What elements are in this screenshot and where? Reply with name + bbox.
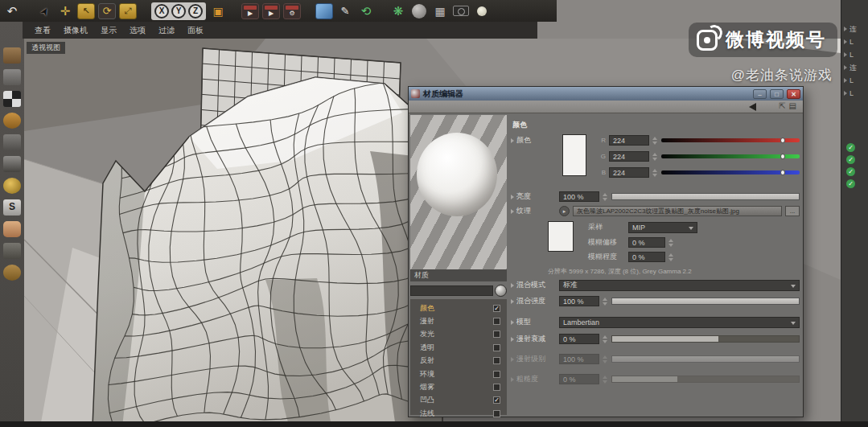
dialog-title-bar[interactable]: 材质编辑器 – □ ✕ <box>409 87 803 101</box>
snap-icon[interactable] <box>3 221 21 237</box>
undo-icon[interactable]: ↶ <box>3 3 21 19</box>
channel-row-fog[interactable]: 烟雾 <box>410 380 507 393</box>
expand-icon[interactable] <box>844 39 847 44</box>
model-mode-icon[interactable] <box>3 69 21 85</box>
brightness-field[interactable]: 100 % <box>559 191 599 202</box>
workplane-mode-icon[interactable] <box>3 113 21 129</box>
blur-offset-field[interactable]: 0 % <box>628 237 665 248</box>
menu-display[interactable]: 显示 <box>95 25 122 36</box>
move-icon[interactable]: ✛ <box>56 3 74 19</box>
mix-strength-spinner[interactable] <box>603 297 608 306</box>
rotate-icon[interactable]: ⟳ <box>98 3 116 19</box>
channel-checkbox[interactable] <box>493 344 500 351</box>
channel-row-normal[interactable]: 法线 <box>410 407 507 420</box>
brightness-spinner[interactable] <box>603 192 608 202</box>
object-manager-strip[interactable]: 连 L L 连 L L ✓ ✓ ✓ ✓ <box>841 0 868 427</box>
light-icon[interactable] <box>473 3 491 19</box>
enabled-check-icon[interactable]: ✓ <box>846 155 855 164</box>
material-name-field[interactable] <box>410 285 493 296</box>
edges-mode-icon[interactable] <box>3 156 21 172</box>
blur-scale-spinner[interactable] <box>668 253 674 262</box>
channel-checkbox[interactable] <box>493 357 500 364</box>
expand-icon[interactable] <box>844 27 847 31</box>
expand-icon[interactable] <box>511 195 514 199</box>
axis-z-button[interactable]: Z <box>188 4 203 18</box>
object-item[interactable]: L <box>841 74 868 87</box>
g-slider[interactable] <box>661 154 800 158</box>
back-arrow-icon[interactable] <box>749 103 756 111</box>
menu-cameras[interactable]: 摄像机 <box>58 25 93 36</box>
channel-row-bump[interactable]: 凹凸✓ <box>410 394 507 407</box>
generators-icon[interactable]: ⟲ <box>357 3 375 19</box>
channel-row-transparency[interactable]: 透明 <box>410 341 507 354</box>
texture-path-button[interactable]: 灰色噪波LAP2002C2C3纹理置换贴图_灰度noise贴图.jpg <box>573 206 782 216</box>
cube-primitive-icon[interactable] <box>315 3 333 19</box>
object-item[interactable]: L <box>841 87 868 100</box>
expand-icon[interactable] <box>511 209 514 214</box>
r-value-field[interactable]: 224 <box>609 135 649 146</box>
render-view-icon[interactable]: ▶ <box>241 3 259 19</box>
channel-row-color[interactable]: 颜色✓ <box>410 302 507 314</box>
channel-row-reflection[interactable]: 反射 <box>410 355 507 367</box>
texture-browse-button[interactable]: ... <box>785 206 800 216</box>
maximize-button[interactable]: □ <box>770 89 784 99</box>
channel-row-environment[interactable]: 环境 <box>410 367 507 380</box>
brightness-slider[interactable] <box>611 193 800 200</box>
object-item[interactable]: L <box>841 48 868 61</box>
expand-icon[interactable] <box>844 91 847 96</box>
lock-workplane-icon[interactable] <box>3 243 21 259</box>
object-item[interactable]: L <box>841 35 868 48</box>
polygons-mode-icon[interactable] <box>3 178 21 194</box>
layout-icon[interactable]: ▤ <box>789 101 800 110</box>
channel-checkbox[interactable]: ✓ <box>493 396 500 404</box>
pen-spline-icon[interactable]: ✎ <box>336 3 354 19</box>
texture-shader-button[interactable]: ▸ <box>559 206 570 216</box>
axis-lock-mode-icon[interactable]: S <box>3 199 21 216</box>
material-preview[interactable] <box>410 115 507 269</box>
floor-grid-icon[interactable]: ▦ <box>431 3 449 19</box>
expand-icon[interactable] <box>844 65 847 70</box>
model-dropdown[interactable]: Lambertian <box>559 317 800 328</box>
enabled-check-icon[interactable]: ✓ <box>846 143 855 152</box>
object-item[interactable]: 连 <box>841 61 868 74</box>
diffuse-falloff-spinner[interactable] <box>603 335 608 344</box>
expand-icon[interactable] <box>511 138 514 143</box>
menu-view[interactable]: 查看 <box>29 25 56 36</box>
channel-checkbox[interactable]: ✓ <box>493 305 500 312</box>
preview-type-button[interactable] <box>495 285 507 297</box>
expand-icon[interactable] <box>511 283 514 288</box>
scale-icon[interactable]: ⤢ <box>119 3 137 19</box>
channel-row-luminance[interactable]: 发光 <box>410 328 507 341</box>
mix-strength-slider[interactable] <box>611 298 800 305</box>
camera-icon[interactable] <box>452 3 470 19</box>
texture-mode-icon[interactable] <box>3 91 21 107</box>
coordinate-system-icon[interactable]: ▣ <box>209 3 227 19</box>
blur-scale-field[interactable]: 0 % <box>628 252 665 262</box>
b-spinner[interactable] <box>652 168 658 178</box>
menu-filter[interactable]: 过滤 <box>153 25 180 36</box>
mix-strength-field[interactable]: 100 % <box>559 296 599 306</box>
render-settings-icon[interactable]: ⚙ <box>283 3 301 19</box>
enabled-check-icon[interactable]: ✓ <box>846 179 855 188</box>
deformer-sphere-icon[interactable] <box>410 3 428 19</box>
viewport-solo-icon[interactable] <box>3 265 21 281</box>
channel-checkbox[interactable] <box>493 318 500 325</box>
channel-checkbox[interactable] <box>493 384 500 391</box>
expand-icon[interactable] <box>844 78 847 83</box>
channel-checkbox[interactable] <box>493 331 500 338</box>
diffuse-falloff-field[interactable]: 0 % <box>559 334 599 344</box>
minimize-button[interactable]: – <box>753 89 767 99</box>
channel-checkbox[interactable] <box>493 371 500 378</box>
object-item[interactable]: 连 <box>841 23 868 35</box>
diffuse-falloff-slider[interactable] <box>611 335 800 343</box>
menu-options[interactable]: 选项 <box>124 25 151 36</box>
make-editable-icon[interactable] <box>3 47 21 64</box>
live-selection-icon[interactable]: ↖ <box>77 3 95 19</box>
g-spinner[interactable] <box>652 152 658 162</box>
expand-icon[interactable] <box>844 52 847 57</box>
expand-icon[interactable] <box>511 337 514 342</box>
close-button[interactable]: ✕ <box>787 89 800 99</box>
points-mode-icon[interactable] <box>3 134 21 150</box>
expand-icon[interactable] <box>511 320 514 325</box>
b-slider[interactable] <box>661 170 800 174</box>
